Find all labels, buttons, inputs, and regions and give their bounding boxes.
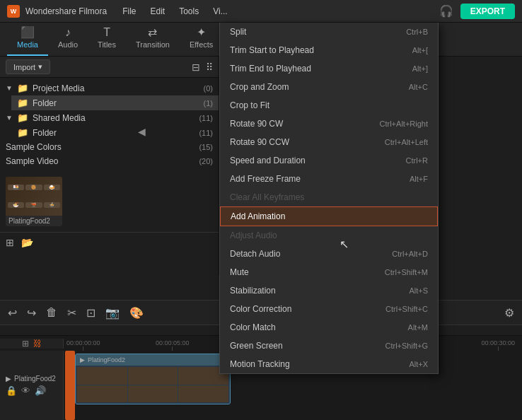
import-button[interactable]: Import ▾ xyxy=(6,59,50,74)
sample-colors-count: (15) xyxy=(199,143,213,151)
speaker-icon[interactable]: 🔊 xyxy=(35,385,46,396)
redo-button[interactable]: ↪ xyxy=(25,304,38,322)
ctx-item-shortcut-8: Alt+F xyxy=(410,175,428,183)
context-menu-item-7[interactable]: Speed and DurationCtrl+R xyxy=(220,151,438,170)
folder-icon-4: 📁 xyxy=(17,127,28,138)
new-folder-icon[interactable]: 📂 xyxy=(21,237,33,248)
tab-transition[interactable]: ⇄ Transition xyxy=(126,21,180,56)
sample-video-count: (20) xyxy=(199,157,213,165)
audio-icon: ♪ xyxy=(65,26,71,39)
clip-cell-2 xyxy=(128,367,178,385)
folder-item[interactable]: 📁 Folder (1) xyxy=(11,95,219,110)
ctx-item-shortcut-3: Alt+C xyxy=(409,83,428,91)
timeline-add-icon[interactable]: ⊞ xyxy=(22,339,29,349)
media-bottom-bar: ⊞ 📂 xyxy=(0,232,219,252)
context-menu-item-9: Clear All Keyframes xyxy=(220,188,438,206)
context-menu-item-8[interactable]: Add Freeze FrameAlt+F xyxy=(220,170,438,188)
tab-effects[interactable]: ✦ Effects xyxy=(180,21,223,56)
arrow-icon: ▼ xyxy=(6,84,13,92)
sample-video-label: Sample Video xyxy=(6,156,195,166)
menu-vi[interactable]: Vi... xyxy=(211,4,228,19)
folder-icon-2: 📁 xyxy=(17,98,28,108)
context-menu-item-13[interactable]: MuteCtrl+Shift+M xyxy=(220,263,438,281)
ctx-item-shortcut-17: Ctrl+Shift+G xyxy=(385,342,428,350)
context-menu-item-4[interactable]: Crop to Fit xyxy=(220,96,438,115)
ctx-item-shortcut-5: Ctrl+Alt+Right xyxy=(380,119,428,128)
ctx-item-label-18: Motion Tracking xyxy=(230,359,290,369)
ruler-tick-1 xyxy=(172,346,173,351)
headphone-icon: 🎧 xyxy=(439,4,453,18)
menu-tools[interactable]: Tools xyxy=(178,4,200,19)
context-menu-item-17[interactable]: Green ScreenCtrl+Shift+G xyxy=(220,337,438,355)
tab-titles[interactable]: T Titles xyxy=(88,22,126,56)
project-media-label: Project Media xyxy=(33,83,199,93)
shared-media-count: (11) xyxy=(199,114,213,122)
context-menu-item-12[interactable]: Detach AudioCtrl+Alt+D xyxy=(220,245,438,263)
clip-play-icon: ▶ xyxy=(80,356,85,363)
new-bin-icon[interactable]: ⊞ xyxy=(6,237,14,248)
thumbnail-card[interactable]: 🍱 🥘 🍛 🍜 🫕 🍲 PlatingFood2 xyxy=(6,177,62,226)
tab-audio-label: Audio xyxy=(58,40,78,49)
track-controls: ▶ PlatingFood2 🔒 👁 🔊 xyxy=(0,351,64,420)
context-menu-item-5[interactable]: Rotate 90 CWCtrl+Alt+Right xyxy=(220,115,438,133)
context-menu-item-0[interactable]: SplitCtrl+B xyxy=(220,23,438,41)
filter-icon[interactable]: ⊟ xyxy=(192,62,200,73)
ruler-tick-2 xyxy=(498,346,499,351)
food-cell-3: 🍛 xyxy=(44,185,60,190)
cut-button[interactable]: ✂ xyxy=(65,304,79,322)
track-name: PlatingFood2 xyxy=(14,375,56,383)
ctx-item-shortcut-0: Ctrl+B xyxy=(406,28,428,36)
undo-button[interactable]: ↩ xyxy=(6,304,19,322)
app-title: Wondershare Filmora xyxy=(25,6,107,16)
menu-file[interactable]: File xyxy=(121,4,137,19)
snapshot-button[interactable]: 📷 xyxy=(103,304,122,322)
menu-bar: File Edit Tools Vi... xyxy=(121,4,439,19)
shared-folder-item[interactable]: 📁 Folder (11) xyxy=(11,125,219,140)
project-media-count: (0) xyxy=(204,84,213,93)
ruler-mark-0-label: 00:00:00:00 xyxy=(66,339,100,346)
lock-icon[interactable]: 🔒 xyxy=(6,385,17,396)
menu-edit[interactable]: Edit xyxy=(149,4,167,19)
ctx-item-shortcut-6: Ctrl+Alt+Left xyxy=(385,138,428,146)
ctx-item-shortcut-16: Alt+M xyxy=(408,323,428,332)
tab-media-label: Media xyxy=(17,40,38,49)
context-menu-item-1[interactable]: Trim Start to PlayheadAlt+[ xyxy=(220,41,438,59)
color-button[interactable]: 🎨 xyxy=(127,304,146,322)
shared-media-label: Shared Media xyxy=(33,113,195,123)
playhead-marker[interactable] xyxy=(65,351,75,420)
eye-icon[interactable]: 👁 xyxy=(21,385,30,396)
settings-button[interactable]: ⚙ xyxy=(502,304,516,322)
context-menu-item-6[interactable]: Rotate 90 CCWCtrl+Alt+Left xyxy=(220,133,438,151)
ctx-item-shortcut-12: Ctrl+Alt+D xyxy=(392,250,428,258)
ruler-tick-0 xyxy=(83,346,83,351)
context-menu-item-10[interactable]: Add Animation xyxy=(220,206,438,226)
shared-folder-label: Folder xyxy=(33,128,195,138)
ctx-item-shortcut-7: Ctrl+R xyxy=(406,156,428,165)
grid-icon[interactable]: ⠿ xyxy=(206,62,213,73)
tab-media[interactable]: ⬛ Media xyxy=(7,21,48,56)
tab-audio[interactable]: ♪ Audio xyxy=(48,22,88,56)
folder-icon-3: 📁 xyxy=(17,112,28,123)
crop-button[interactable]: ⊡ xyxy=(84,304,98,322)
shared-media-item[interactable]: ▼ 📁 Shared Media (11) xyxy=(0,110,219,125)
ctx-item-label-8: Add Freeze Frame xyxy=(230,174,301,184)
sample-colors-item[interactable]: Sample Colors (15) xyxy=(0,140,219,154)
timeline-link-icon[interactable]: ⛓ xyxy=(33,339,42,349)
video-clip[interactable]: ▶ PlatingFood2 xyxy=(75,354,231,404)
folder-icon: 📁 xyxy=(17,83,28,93)
import-chevron: ▾ xyxy=(38,62,42,71)
context-menu-item-3[interactable]: Crop and ZoomAlt+C xyxy=(220,78,438,96)
ctx-item-label-0: Split xyxy=(230,27,246,37)
context-menu-item-11: Adjust Audio xyxy=(220,226,438,245)
ctx-item-shortcut-18: Alt+X xyxy=(409,360,428,368)
ctx-item-label-7: Speed and Duration xyxy=(230,156,306,165)
sample-video-item[interactable]: Sample Video (20) xyxy=(0,154,219,168)
context-menu-item-18[interactable]: Motion TrackingAlt+X xyxy=(220,355,438,373)
context-menu-item-16[interactable]: Color MatchAlt+M xyxy=(220,318,438,337)
context-menu-item-2[interactable]: Trim End to PlayheadAlt+] xyxy=(220,59,438,78)
context-menu-item-15[interactable]: Color CorrectionCtrl+Shift+C xyxy=(220,300,438,318)
context-menu-item-14[interactable]: StabilizationAlt+S xyxy=(220,281,438,300)
delete-button[interactable]: 🗑 xyxy=(44,304,59,321)
export-button[interactable]: EXPORT xyxy=(460,4,515,19)
project-media-item[interactable]: ▼ 📁 Project Media (0) xyxy=(0,81,219,95)
